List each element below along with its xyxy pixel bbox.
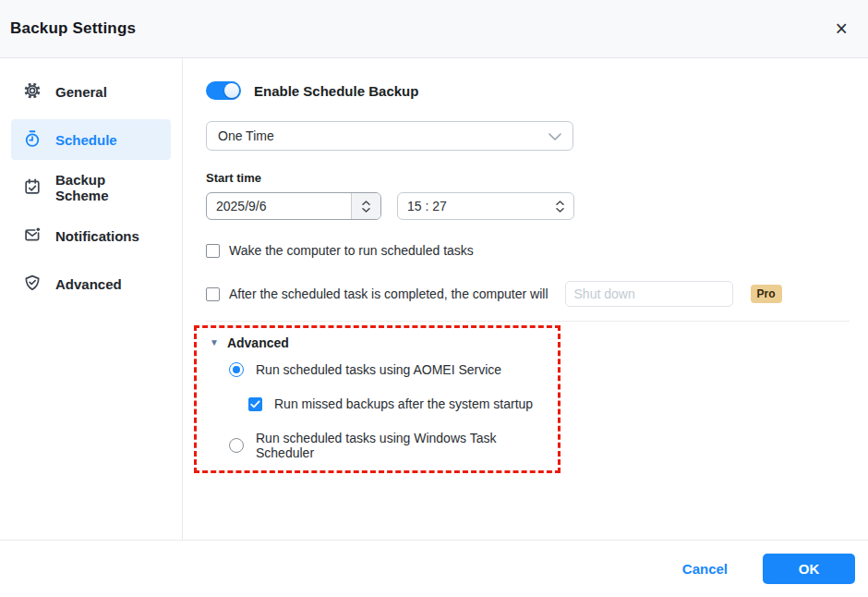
start-date-field	[206, 192, 381, 220]
start-clock-input[interactable]	[398, 193, 546, 219]
sidebar-item-schedule[interactable]: Schedule	[11, 119, 171, 160]
backup-settings-dialog: Backup Settings × General	[0, 0, 868, 597]
settings-sidebar: General Schedule	[0, 58, 183, 540]
sidebar-item-general[interactable]: General	[11, 71, 171, 112]
aomei-service-radio[interactable]	[229, 362, 244, 377]
missed-backups-checkbox[interactable]	[248, 397, 262, 411]
wake-computer-checkbox[interactable]	[206, 244, 220, 258]
shield-check-icon	[23, 274, 42, 295]
sidebar-item-label: Advanced	[55, 276, 122, 292]
aomei-service-label[interactable]: Run scheduled tasks using AOMEI Service	[256, 362, 501, 377]
date-spinner[interactable]	[351, 193, 380, 219]
toggle-knob	[224, 83, 239, 98]
after-task-checkbox[interactable]	[206, 287, 220, 301]
collapse-triangle-icon: ▼	[210, 338, 219, 347]
after-task-label[interactable]: After the scheduled task is completed, t…	[229, 286, 549, 301]
time-spinner[interactable]	[546, 193, 573, 219]
advanced-highlight-box: ▼ Advanced Run scheduled tasks using AOM…	[194, 325, 561, 473]
cancel-button[interactable]: Cancel	[682, 561, 728, 577]
calendar-check-icon	[23, 177, 42, 199]
sidebar-item-label: General	[55, 84, 107, 100]
start-date-input[interactable]	[207, 193, 351, 219]
sidebar-item-label: Schedule	[55, 132, 117, 148]
missed-backups-row: Run missed backups after the system star…	[210, 396, 549, 411]
mail-dot-icon	[23, 225, 42, 247]
shutdown-action-input	[565, 281, 733, 307]
sidebar-item-label: Backup Scheme	[55, 172, 159, 203]
windows-scheduler-label[interactable]: Run scheduled tasks using Windows Task S…	[256, 431, 549, 460]
advanced-collapse-header[interactable]: ▼ Advanced	[210, 335, 549, 350]
sidebar-item-notifications[interactable]: Notifications	[11, 215, 171, 256]
gear-icon	[23, 81, 42, 103]
aomei-service-row: Run scheduled tasks using AOMEI Service	[210, 362, 549, 377]
sidebar-item-label: Notifications	[55, 228, 139, 244]
advanced-header-label: Advanced	[227, 335, 289, 350]
wake-computer-label[interactable]: Wake the computer to run scheduled tasks	[229, 243, 474, 258]
windows-scheduler-radio[interactable]	[229, 438, 244, 453]
spinner-down-icon	[556, 208, 564, 213]
close-icon[interactable]: ×	[830, 17, 853, 42]
spinner-up-icon	[556, 201, 564, 205]
dialog-footer: Cancel OK	[0, 540, 868, 597]
chevron-down-icon	[549, 128, 561, 143]
check-icon	[250, 400, 260, 408]
dialog-title: Backup Settings	[10, 19, 136, 38]
titlebar: Backup Settings ×	[0, 0, 868, 58]
spinner-up-icon	[362, 201, 370, 205]
schedule-frequency-select[interactable]: One Time	[206, 121, 573, 151]
windows-scheduler-row: Run scheduled tasks using Windows Task S…	[210, 431, 549, 460]
sidebar-item-backup-scheme[interactable]: Backup Scheme	[11, 167, 171, 208]
enable-schedule-toggle[interactable]	[206, 81, 241, 100]
after-task-row: After the scheduled task is completed, t…	[206, 281, 850, 307]
pro-badge: Pro	[751, 285, 782, 303]
start-time-label: Start time	[206, 171, 850, 185]
missed-backups-label[interactable]: Run missed backups after the system star…	[274, 396, 533, 411]
enable-schedule-label: Enable Schedule Backup	[254, 83, 418, 99]
sidebar-item-advanced[interactable]: Advanced	[11, 263, 171, 304]
schedule-settings-panel: Enable Schedule Backup One Time Start ti…	[183, 58, 868, 540]
spinner-down-icon	[362, 208, 370, 213]
ok-button[interactable]: OK	[763, 554, 855, 584]
selected-frequency: One Time	[218, 128, 274, 143]
stopwatch-icon	[23, 129, 42, 151]
start-clock-field	[397, 192, 574, 220]
section-divider	[206, 321, 850, 322]
wake-computer-row: Wake the computer to run scheduled tasks	[206, 243, 850, 258]
